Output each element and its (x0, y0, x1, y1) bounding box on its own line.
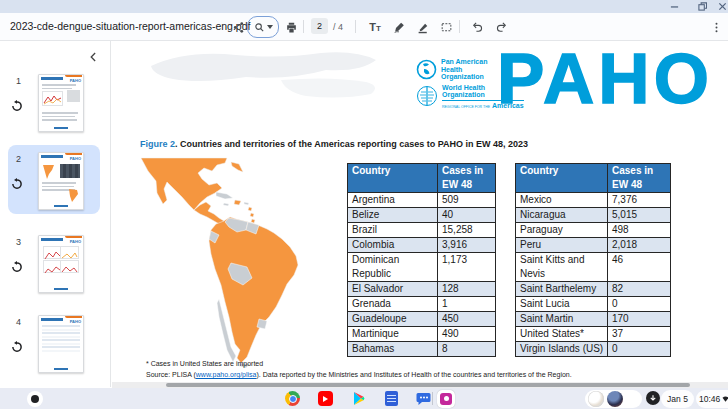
page-thumbnail[interactable]: PAHO (38, 74, 84, 132)
collapse-sidebar-button[interactable] (88, 48, 102, 62)
source-link[interactable]: www.paho.org/plisa (196, 371, 257, 378)
undo-button[interactable] (468, 18, 486, 36)
minimize-icon[interactable] (668, 2, 680, 12)
text-annotation-icon: TT (369, 21, 381, 33)
figure-title: Figure 2. Countries and territories of t… (140, 139, 580, 149)
cases-table-right: Country Cases in EW 48 Mexico7,376Nicara… (515, 163, 671, 357)
sidebar-page-3[interactable]: 3 PAHO (0, 235, 110, 295)
toolbar-separator (355, 20, 356, 33)
youtube-app-button[interactable] (318, 391, 333, 406)
chat-app-button[interactable] (416, 391, 431, 406)
redo-button[interactable] (492, 18, 510, 36)
time-label: 10:46 (699, 394, 720, 404)
rotate-page-icon[interactable] (11, 259, 24, 272)
share-icon (232, 21, 245, 34)
page-number-label: 4 (16, 317, 21, 327)
cases-cell: 15,258 (438, 223, 496, 238)
highlighter-icon (417, 21, 430, 34)
cases-cell: 8 (438, 342, 496, 357)
restore-icon[interactable] (696, 2, 708, 12)
cases-table-left: Country Cases in EW 48 Argentina509Beliz… (347, 163, 496, 357)
play-store-app-button[interactable] (351, 391, 366, 406)
arrow-down-icon (649, 394, 657, 402)
window-titlebar (0, 0, 728, 13)
select-area-button[interactable] (437, 18, 455, 36)
rotate-page-icon[interactable] (11, 98, 24, 111)
cases-cell: 450 (438, 312, 496, 327)
shelf-divider (432, 392, 433, 405)
cases-cell: 509 (438, 193, 496, 208)
page-thumbnail[interactable]: PAHO (38, 152, 84, 210)
share-button[interactable] (229, 18, 247, 36)
zoom-control[interactable] (247, 16, 279, 38)
footnote: * Cases in United States are imported (146, 360, 263, 367)
tote-thumbnail (588, 391, 604, 407)
cases-cell: 0 (608, 342, 671, 357)
pen-annotation-button[interactable] (390, 18, 408, 36)
thumb-footer-bar (54, 127, 68, 130)
thumb-header-bar (41, 318, 63, 321)
status-badge[interactable] (646, 391, 660, 405)
thumb-content (42, 162, 80, 203)
active-app-button[interactable] (437, 390, 455, 408)
holding-space-tote[interactable] (585, 390, 642, 408)
rotate-page-icon[interactable] (11, 339, 24, 352)
cases-cell: 1,173 (438, 253, 496, 282)
table-row: Colombia3,916 (348, 238, 496, 253)
horizontal-scrollbar-thumb[interactable] (166, 383, 690, 387)
page-number-label: 1 (16, 76, 21, 86)
table-row: Guadeloupe450 (348, 312, 496, 327)
thumbnail-sidebar: 1 PAHO 2 (0, 41, 111, 387)
page-number-label: 2 (16, 154, 21, 164)
country-cell: Saint Martin (516, 312, 608, 327)
close-icon[interactable] (716, 2, 728, 12)
page-number-input[interactable]: 2 (311, 18, 328, 34)
text-annotation-button[interactable]: TT (366, 18, 384, 36)
cases-cell: 46 (608, 253, 671, 282)
zoom-icon (254, 22, 265, 33)
thumb-footer-bar (54, 288, 68, 291)
more-options-button[interactable] (707, 18, 725, 36)
table-row: Nicaragua5,015 (516, 208, 671, 223)
pdf-toolbar: 2023-cde-dengue-situation-report-america… (0, 13, 728, 41)
page-thumbnail[interactable]: PAHO (38, 235, 84, 293)
country-cell: Virgin Islands (US) (516, 342, 608, 357)
docs-app-button[interactable] (384, 391, 399, 406)
highlighter-button[interactable] (414, 18, 432, 36)
page-thumbnail[interactable]: PAHO (38, 315, 84, 373)
country-cell: Dominican Republic (348, 253, 438, 282)
date-widget[interactable]: Jan 5 (661, 390, 694, 408)
sidebar-page-2-selected[interactable]: 2 PAHO (0, 152, 110, 212)
print-button[interactable] (282, 18, 300, 36)
page-total: / 4 (333, 22, 343, 32)
pdf-page: Pan American Health Organization World H… (111, 41, 728, 388)
launcher-button[interactable] (27, 391, 43, 407)
undo-icon (471, 21, 484, 34)
sidebar-page-1[interactable]: 1 PAHO (0, 74, 110, 134)
table-row: Bahamas8 (348, 342, 496, 357)
kebab-menu-icon (710, 21, 723, 34)
country-cell: Brazil (348, 223, 438, 238)
country-cell: Paraguay (516, 223, 608, 238)
status-tray[interactable]: 10:46 (696, 390, 728, 408)
table-row: Saint Martin170 (516, 312, 671, 327)
who-emblem-icon (416, 85, 438, 107)
screen-capture-icon (440, 393, 452, 405)
print-icon (285, 21, 298, 34)
chrome-app-button[interactable] (285, 391, 300, 406)
thumb-header-bar (41, 77, 63, 80)
sidebar-page-4[interactable]: 4 PAHO (0, 315, 110, 375)
country-cell: Colombia (348, 238, 438, 253)
cases-cell: 40 (438, 208, 496, 223)
country-cell: Belize (348, 208, 438, 223)
thumb-content (42, 325, 80, 366)
cases-cell: 0 (608, 297, 671, 312)
figure-label: Figure 2 (140, 139, 175, 149)
table-row: Grenada1 (348, 297, 496, 312)
toolbar-separator (303, 20, 304, 33)
toolbar-separator (459, 20, 460, 33)
youtube-icon (318, 391, 333, 406)
table-row: Belize40 (348, 208, 496, 223)
table-row: Mexico7,376 (516, 193, 671, 208)
rotate-page-icon[interactable] (11, 176, 24, 189)
